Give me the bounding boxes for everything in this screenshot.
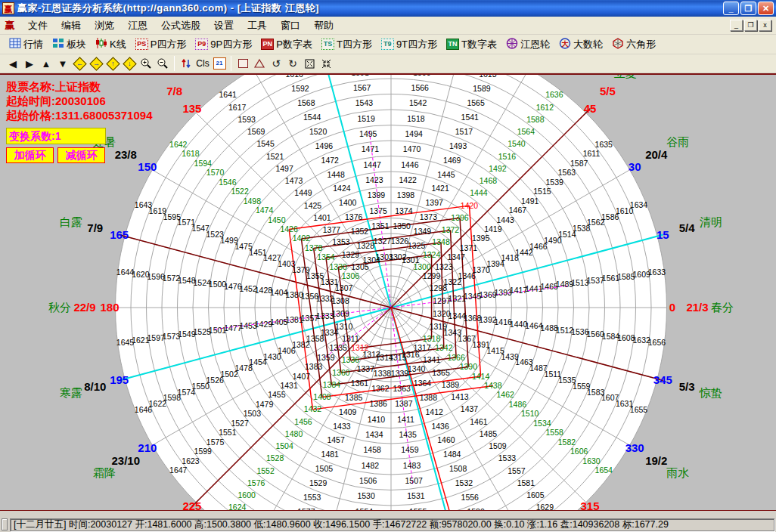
gann-wheel-pane[interactable]: 1297129812991300130113021303130413051306… — [0, 73, 776, 511]
step-left-button[interactable]: ◀ — [5, 56, 21, 71]
menu-item-工具[interactable]: 工具 — [241, 17, 274, 35]
menu-item-编辑[interactable]: 编辑 — [54, 17, 88, 35]
wheel-number: 1381 — [285, 315, 303, 324]
toolbar-button-大数轮[interactable]: 大大数轮 — [554, 36, 607, 54]
toolbar-button-江恩轮[interactable]: 江恩轮 — [501, 36, 554, 54]
updown-arrows-button[interactable] — [178, 56, 194, 71]
wheel-number: 1612 — [536, 103, 554, 112]
mdi-minimize-button[interactable]: _ — [730, 20, 743, 31]
rim-date-label: 5/4 — [679, 221, 696, 234]
wheel-number: 1545 — [256, 139, 275, 148]
menu-item-浏览[interactable]: 浏览 — [88, 17, 121, 35]
add-cycle-button[interactable]: 加循环 — [6, 147, 54, 163]
menu-item-文件[interactable]: 文件 — [21, 17, 54, 35]
transform-coefficient-field[interactable]: 变换系数:1 — [6, 128, 106, 144]
wheel-number: 1654 — [595, 466, 613, 475]
subtract-cycle-button[interactable]: 减循环 — [57, 147, 105, 163]
draw-triangle-button[interactable] — [251, 56, 268, 71]
wheel-number: 1484 — [443, 450, 461, 459]
toolbar-button-六角形[interactable]: 六角形 — [607, 36, 660, 54]
wheel-number: 1396 — [451, 213, 469, 222]
pan-right-button[interactable]: → — [88, 56, 104, 71]
mdi-close-button[interactable]: x — [759, 20, 771, 31]
wheel-number: 1362 — [371, 384, 390, 393]
shrink-button[interactable] — [318, 56, 334, 71]
pan-left-button[interactable]: ← — [71, 56, 88, 71]
wheel-number: 1338 — [374, 369, 392, 378]
expand-button[interactable] — [301, 56, 318, 71]
rotate-ccw-button[interactable]: ↺ — [268, 56, 284, 71]
wheel-number: 1425 — [304, 201, 322, 210]
toolbar-button-K线[interactable]: K线 — [91, 36, 131, 54]
close-button[interactable]: ✕ — [758, 2, 774, 15]
toolbar-button-9T四方形[interactable]: T99T四方形 — [377, 36, 442, 54]
bottom-strip — [0, 511, 776, 517]
pan-up-button[interactable]: ↑ — [104, 56, 121, 71]
wheel-number: 1470 — [403, 144, 421, 153]
toolbar-button-T四方形[interactable]: TST四方形 — [317, 36, 377, 54]
toolbar-button-P四方形[interactable]: PSP四方形 — [131, 36, 191, 54]
toolbar-button-9P四方形[interactable]: P99P四方形 — [191, 36, 256, 54]
draw-rectangle-button[interactable] — [234, 56, 251, 71]
zoom-in-button[interactable] — [138, 56, 154, 71]
menu-item-窗口[interactable]: 窗口 — [274, 17, 307, 35]
restore-button[interactable]: ❐ — [740, 2, 756, 15]
wheel-number: 1356 — [301, 292, 319, 301]
wheel-number: 1456 — [294, 417, 312, 426]
toolbar-separator — [174, 56, 175, 71]
calendar-button[interactable]: 21 — [211, 56, 228, 71]
wheel-number: 1568 — [297, 98, 315, 107]
menu-item-帮助[interactable]: 帮助 — [307, 17, 340, 35]
wheel-number: 1448 — [327, 170, 345, 179]
mdi-restore-button[interactable]: ❐ — [744, 20, 757, 31]
wheel-number: 1360 — [332, 368, 350, 377]
zoom-out-button[interactable] — [154, 56, 171, 71]
rim-angle-label: 15 — [656, 228, 669, 241]
wheel-number: 1341 — [423, 355, 441, 364]
wheel-number: 1398 — [397, 190, 415, 200]
wheel-number: 1349 — [414, 227, 432, 236]
step-right-button[interactable]: ▶ — [21, 56, 38, 71]
toolbar-button-行情[interactable]: 行情 — [5, 36, 48, 54]
calendar-icon: 21 — [213, 57, 226, 70]
sector-blocks-icon — [52, 38, 64, 51]
wheel-number: 1421 — [431, 184, 449, 193]
toolbar-button-板块[interactable]: 板块 — [48, 36, 91, 54]
wheel-number: 1469 — [443, 156, 461, 165]
step-up-button[interactable]: ▲ — [38, 56, 54, 71]
wheel-number: 1597 — [147, 333, 166, 342]
rim-solar-term-label: 寒露 — [60, 386, 82, 399]
wheel-number: 1594 — [194, 159, 213, 168]
wheel-number: 1581 — [517, 478, 535, 487]
toolbar-button-T数字表[interactable]: TNT数字表 — [442, 36, 501, 54]
rotate-cw-button[interactable]: ↻ — [284, 56, 301, 71]
wheel-number: 1407 — [293, 372, 311, 381]
minimize-button[interactable]: _ — [723, 2, 739, 15]
wheel-number: 1633 — [648, 268, 666, 277]
toolbar-button-label: 板块 — [67, 38, 86, 51]
wheel-number: 1352 — [351, 227, 369, 236]
wheel-number: 1532 — [455, 478, 473, 487]
wheel-number: 1641 — [219, 90, 237, 99]
wheel-number: 1591 — [351, 75, 369, 77]
wheel-number: 1342 — [435, 343, 453, 352]
wheel-number: 1504 — [275, 441, 293, 450]
wheel-number: 1548 — [178, 276, 196, 285]
wheel-number: 1457 — [327, 435, 345, 444]
wheel-number: 1582 — [558, 438, 576, 447]
wheel-number: 1429 — [255, 320, 273, 329]
cls-button[interactable]: Cls — [194, 56, 211, 71]
menu-item-公式选股[interactable]: 公式选股 — [154, 17, 207, 35]
toolbar-button-P数字表[interactable]: PNP数字表 — [256, 36, 317, 54]
wheel-number: 1317 — [413, 343, 431, 352]
wheel-number: 1311 — [342, 334, 359, 343]
quote-status-text: [十二月廿五] 时间:20030127 开:1481.6000 高:1500.3… — [10, 518, 774, 531]
wheel-number: 1515 — [533, 187, 551, 196]
menu-item-设置[interactable]: 设置 — [207, 17, 241, 35]
wheel-number: 1325 — [408, 241, 426, 250]
menu-item-江恩[interactable]: 江恩 — [121, 17, 154, 35]
step-down-button[interactable]: ▼ — [54, 56, 71, 71]
wheel-number: 1436 — [431, 422, 449, 431]
pan-down-button[interactable]: ↓ — [121, 56, 138, 71]
wheel-number: 1616 — [286, 75, 304, 79]
